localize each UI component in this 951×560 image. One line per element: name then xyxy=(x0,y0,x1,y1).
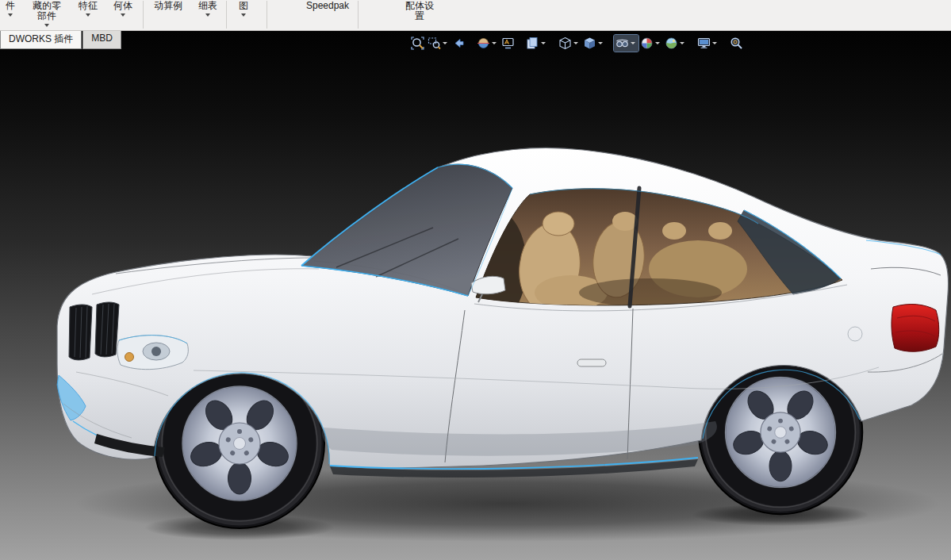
section-view-icon xyxy=(477,36,490,50)
heads-up-view-toolbar xyxy=(409,35,745,52)
dropdown-arrow-icon[interactable] xyxy=(598,42,603,44)
zoom-to-area-icon xyxy=(428,36,441,50)
dropdown-arrow-icon[interactable] xyxy=(8,13,13,17)
3d-model-canvas[interactable] xyxy=(0,31,951,560)
view-settings-button[interactable] xyxy=(696,35,720,52)
tail-light[interactable] xyxy=(892,305,939,352)
tab-mbd[interactable]: MBD xyxy=(82,31,121,49)
dropdown-arrow-icon[interactable] xyxy=(121,13,125,17)
dropdown-arrow-icon[interactable] xyxy=(205,13,210,17)
ribbon-group-motion-study[interactable]: 动算例 xyxy=(150,0,186,30)
display-style-button[interactable] xyxy=(581,35,606,52)
ribbon-group-label: 部件 xyxy=(37,11,56,21)
section-view-button[interactable] xyxy=(475,35,500,52)
magnified-selection-icon xyxy=(730,36,743,50)
view-settings-icon xyxy=(697,36,711,50)
apply-scene-icon xyxy=(665,36,678,50)
ribbon-group-label: 置 xyxy=(415,11,424,21)
3d-drawing-view-icon xyxy=(526,36,539,50)
car-model[interactable] xyxy=(57,148,949,542)
hide-show-items-button[interactable] xyxy=(614,35,638,52)
edit-appearance-button[interactable] xyxy=(638,35,663,52)
dropdown-arrow-icon[interactable] xyxy=(680,42,684,44)
previous-view-button[interactable] xyxy=(451,35,467,52)
zoom-to-fit-button[interactable] xyxy=(409,35,426,52)
dropdown-arrow-icon[interactable] xyxy=(541,42,546,44)
graphics-viewport[interactable]: DWORKS 插件MBD xyxy=(0,31,951,560)
dropdown-arrow-icon[interactable] xyxy=(573,42,578,44)
ribbon-group-label: 件 xyxy=(6,1,15,11)
dynamic-annotation-views-icon xyxy=(501,36,515,50)
solidworks-window: 件藏的零部件特征何体动算例细表图Speedpak配体设置 DWORKS 插件MB… xyxy=(0,0,951,560)
dropdown-arrow-icon[interactable] xyxy=(655,42,660,44)
ribbon-group-reference-geometry[interactable]: 何体 xyxy=(109,0,136,30)
magnified-selection-button[interactable] xyxy=(728,35,745,52)
ribbon-group-hide-show-components[interactable]: 藏的零部件 xyxy=(29,0,65,30)
ribbon-separator xyxy=(267,1,267,29)
previous-view-icon xyxy=(452,36,466,50)
turn-signal xyxy=(125,353,134,362)
ribbon-group-features[interactable]: 特征 xyxy=(75,0,102,30)
edit-appearance-icon xyxy=(640,36,654,50)
dropdown-arrow-icon[interactable] xyxy=(86,13,90,17)
ribbon-group-label: 细表 xyxy=(198,1,217,11)
headlight-projector xyxy=(151,347,161,356)
grille-right[interactable] xyxy=(95,302,119,357)
display-style-icon xyxy=(583,36,596,50)
dropdown-arrow-icon[interactable] xyxy=(492,42,497,44)
ribbon-group-bom-table[interactable]: 细表 xyxy=(194,0,221,30)
view-orientation-button[interactable] xyxy=(557,35,581,52)
ribbon-group-label: Speedpak xyxy=(306,1,349,11)
ribbon-group-label: 何体 xyxy=(113,1,132,11)
ribbon-group-label: 特征 xyxy=(79,1,98,11)
ribbon-group-speedpak[interactable]: Speedpak xyxy=(302,0,353,30)
ribbon-separator xyxy=(143,1,144,29)
ribbon-group-drawing[interactable]: 图 xyxy=(235,0,252,30)
dropdown-arrow-icon[interactable] xyxy=(631,42,635,44)
command-manager-ribbon: 件藏的零部件特征何体动算例细表图Speedpak配体设置 xyxy=(0,0,951,31)
zoom-to-area-button[interactable] xyxy=(426,35,451,52)
door-handle[interactable] xyxy=(577,359,606,366)
ribbon-group-mate-settings[interactable]: 配体设置 xyxy=(401,0,438,30)
ribbon-group-component[interactable]: 件 xyxy=(2,0,19,30)
ribbon-separator xyxy=(226,1,227,29)
view-orientation-icon xyxy=(558,36,572,50)
dropdown-arrow-icon[interactable] xyxy=(241,13,246,17)
ribbon-separator xyxy=(358,1,359,29)
ribbon-group-label: 动算例 xyxy=(154,1,182,11)
dropdown-arrow-icon[interactable] xyxy=(44,24,49,27)
3d-drawing-view-button[interactable] xyxy=(524,35,549,52)
command-tabs: DWORKS 插件MBD xyxy=(0,31,122,49)
ribbon-group-label: 图 xyxy=(239,1,248,11)
tab-solidworks-addins[interactable]: DWORKS 插件 xyxy=(0,31,82,49)
zoom-to-fit-icon xyxy=(411,36,424,50)
dropdown-arrow-icon[interactable] xyxy=(443,42,447,44)
apply-scene-button[interactable] xyxy=(663,35,688,52)
dynamic-annotation-views-button[interactable] xyxy=(500,35,516,52)
hide-show-items-icon xyxy=(615,36,629,50)
dropdown-arrow-icon[interactable] xyxy=(712,42,717,44)
